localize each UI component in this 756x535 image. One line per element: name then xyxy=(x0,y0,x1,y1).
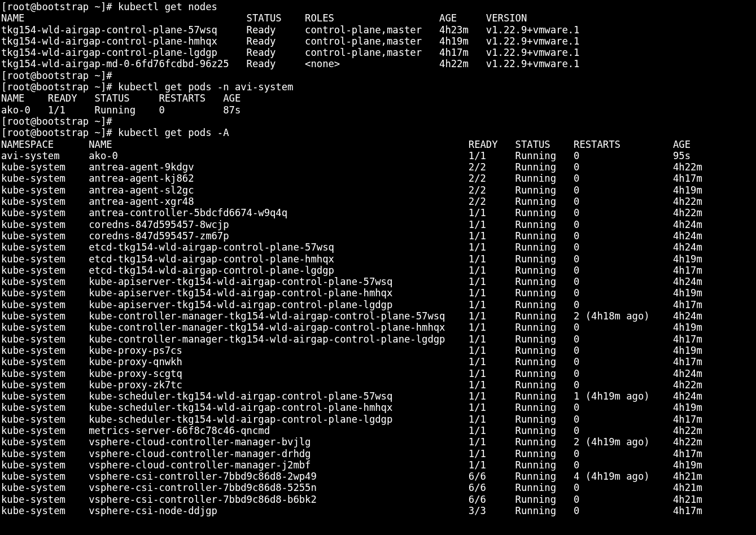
terminal-output: [root@bootstrap ~]# kubectl get nodes NA… xyxy=(0,0,756,516)
